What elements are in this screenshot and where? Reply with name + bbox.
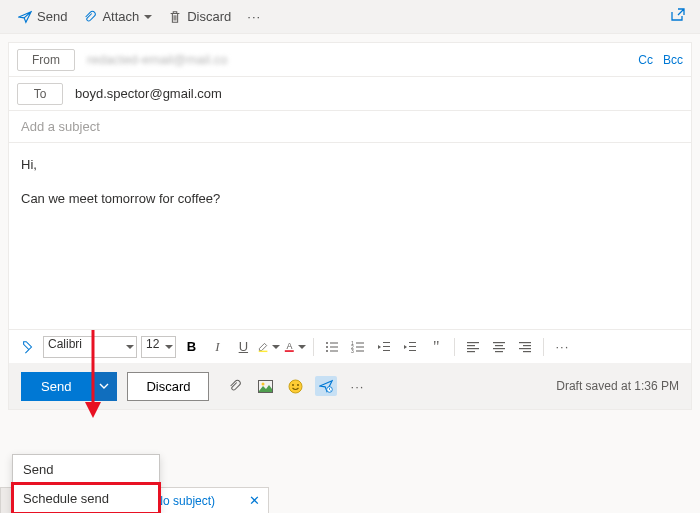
svg-rect-32 — [523, 351, 531, 352]
action-icons: ··· — [225, 376, 367, 396]
svg-rect-12 — [356, 346, 364, 347]
compose-panel: From redacted-email@mail.co Cc Bcc To bo… — [8, 42, 692, 410]
indent-button[interactable] — [399, 336, 421, 358]
send-split-button: Send — [21, 372, 117, 401]
svg-rect-25 — [493, 342, 505, 343]
more-format-button[interactable]: ··· — [551, 336, 573, 358]
number-list-button[interactable]: 123 — [347, 336, 369, 358]
more-actions-button[interactable]: ··· — [347, 376, 367, 396]
cc-button[interactable]: Cc — [638, 53, 653, 67]
chevron-down-icon — [272, 345, 280, 349]
svg-rect-0 — [259, 350, 268, 351]
svg-point-37 — [297, 384, 299, 386]
picture-icon-button[interactable] — [255, 376, 275, 396]
svg-rect-2 — [285, 350, 294, 352]
body-line: Can we meet tomorrow for coffee? — [21, 189, 679, 209]
bullet-list-button[interactable] — [321, 336, 343, 358]
svg-rect-10 — [356, 342, 364, 343]
from-value: redacted-email@mail.co — [87, 52, 227, 67]
more-ellipsis-top[interactable]: ··· — [239, 5, 269, 28]
chevron-down-icon — [144, 15, 152, 19]
emoji-icon-button[interactable] — [285, 376, 305, 396]
font-color-button[interactable]: A — [284, 336, 306, 358]
quote-button[interactable]: " — [425, 336, 447, 358]
svg-rect-27 — [493, 348, 505, 349]
compose-tab-label: (No subject) — [150, 494, 215, 508]
svg-rect-26 — [495, 345, 503, 346]
svg-rect-15 — [383, 342, 390, 343]
underline-button[interactable]: U — [232, 336, 254, 358]
send-label-top: Send — [37, 9, 67, 24]
paperclip-icon — [83, 10, 97, 24]
svg-rect-28 — [495, 351, 503, 352]
schedule-send-icon-button[interactable] — [315, 376, 337, 396]
send-button[interactable]: Send — [21, 372, 91, 401]
svg-rect-20 — [409, 350, 416, 351]
svg-rect-30 — [523, 345, 531, 346]
body-line: Hi, — [21, 155, 679, 175]
format-toolbar: Calibri 12 B I U A 123 " ··· — [9, 329, 691, 363]
format-painter-icon[interactable] — [17, 336, 39, 358]
svg-text:3: 3 — [351, 348, 354, 354]
dropdown-item-send[interactable]: Send — [13, 455, 159, 484]
svg-rect-14 — [356, 350, 364, 351]
from-pill[interactable]: From — [17, 49, 75, 71]
svg-rect-18 — [409, 342, 416, 343]
svg-rect-19 — [409, 346, 416, 347]
trash-icon — [168, 10, 182, 24]
top-toolbar: Send Attach Discard ··· — [0, 0, 700, 34]
highlight-button[interactable] — [258, 336, 280, 358]
dropdown-item-schedule-send[interactable]: Schedule send — [13, 484, 159, 513]
svg-point-36 — [292, 384, 294, 386]
svg-rect-16 — [383, 346, 390, 347]
italic-button[interactable]: I — [206, 336, 228, 358]
svg-rect-29 — [519, 342, 531, 343]
from-row: From redacted-email@mail.co Cc Bcc — [9, 43, 691, 77]
bold-button[interactable]: B — [180, 336, 202, 358]
send-dropdown-button[interactable] — [91, 372, 117, 401]
svg-rect-17 — [383, 350, 390, 351]
attach-button-top[interactable]: Attach — [75, 5, 160, 28]
svg-rect-8 — [330, 350, 338, 351]
svg-rect-31 — [519, 348, 531, 349]
attach-icon-button[interactable] — [225, 376, 245, 396]
send-dropdown-menu: Send Schedule send — [12, 454, 160, 513]
to-pill[interactable]: To — [17, 83, 63, 105]
send-icon — [18, 10, 32, 24]
svg-point-35 — [289, 380, 302, 393]
popout-icon — [670, 7, 686, 23]
chevron-down-icon — [298, 345, 306, 349]
svg-rect-24 — [467, 351, 475, 352]
to-value[interactable]: boyd.spector@gmail.com — [75, 86, 222, 101]
bcc-button[interactable]: Bcc — [663, 53, 683, 67]
discard-label-top: Discard — [187, 9, 231, 24]
svg-point-3 — [326, 342, 328, 344]
attach-label: Attach — [102, 9, 139, 24]
svg-point-7 — [326, 350, 328, 352]
close-tab-button[interactable]: ✕ — [249, 493, 260, 508]
svg-rect-21 — [467, 342, 479, 343]
popout-button[interactable] — [670, 7, 686, 26]
discard-button-top[interactable]: Discard — [160, 5, 239, 28]
discard-button[interactable]: Discard — [127, 372, 209, 401]
svg-point-5 — [326, 346, 328, 348]
font-name: Calibri — [43, 336, 137, 358]
font-size-select[interactable]: 12 — [141, 336, 176, 358]
svg-rect-4 — [330, 342, 338, 343]
svg-rect-6 — [330, 346, 338, 347]
to-row: To boyd.spector@gmail.com — [9, 77, 691, 111]
send-button-top[interactable]: Send — [10, 5, 75, 28]
svg-text:A: A — [287, 341, 293, 351]
draft-status: Draft saved at 1:36 PM — [556, 379, 679, 393]
font-select[interactable]: Calibri — [43, 336, 137, 358]
cc-bcc-group: Cc Bcc — [638, 53, 683, 67]
chevron-down-icon — [99, 381, 109, 391]
outdent-button[interactable] — [373, 336, 395, 358]
align-center-button[interactable] — [488, 336, 510, 358]
body-editor[interactable]: Hi, Can we meet tomorrow for coffee? — [9, 143, 691, 329]
subject-input[interactable]: Add a subject — [9, 111, 691, 143]
action-bar: Send Discard ··· Draft saved at 1:36 PM — [9, 363, 691, 409]
align-right-button[interactable] — [514, 336, 536, 358]
align-left-button[interactable] — [462, 336, 484, 358]
svg-rect-22 — [467, 345, 475, 346]
